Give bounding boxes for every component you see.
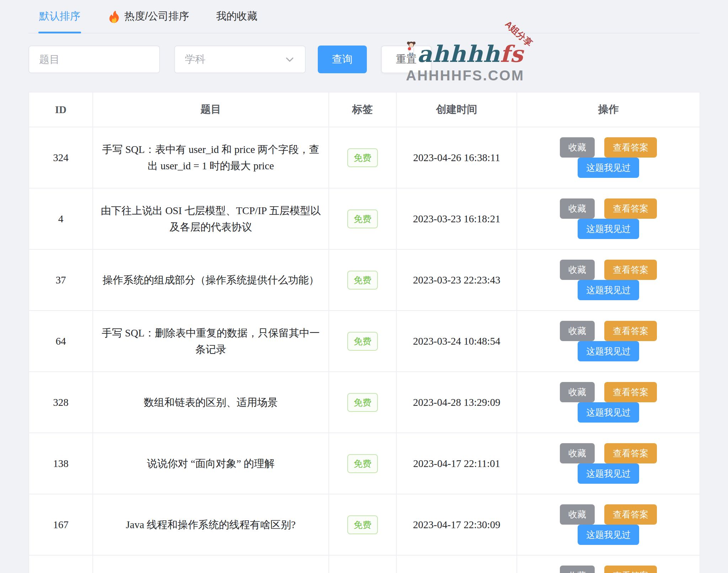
seen-this-button[interactable]: 这题我见过 — [578, 402, 639, 423]
reset-button[interactable]: 重置 — [381, 46, 432, 73]
subject-select-placeholder: 学科 — [185, 52, 205, 67]
collect-button[interactable]: 收藏 — [560, 504, 595, 525]
collect-button[interactable]: 收藏 — [560, 321, 595, 341]
subject-select[interactable]: 学科 — [174, 46, 306, 73]
view-answer-button[interactable]: 查看答案 — [604, 260, 657, 280]
view-answer-button[interactable]: 查看答案 — [604, 382, 657, 402]
fire-icon — [107, 9, 121, 23]
view-answer-button[interactable]: 查看答案 — [604, 443, 657, 463]
free-tag: 免费 — [347, 515, 378, 534]
header-title: 题目 — [93, 92, 329, 127]
chevron-down-icon — [284, 54, 295, 65]
cell-tag: 免费 — [329, 127, 396, 188]
table-row: 37 操作系统的组成部分（操作系统提供什么功能） 免费 2023-03-23 2… — [29, 249, 700, 311]
cell-tag: 免费 — [329, 311, 396, 372]
seen-this-button[interactable]: 这题我见过 — [578, 158, 639, 178]
free-tag: 免费 — [347, 148, 378, 167]
cell-actions: 收藏 查看答案 这题我见过 — [517, 311, 700, 372]
cell-title: 数组和链表的区别、适用场景 — [93, 372, 329, 433]
filter-bar: 学科 查询 重置 — [28, 46, 700, 73]
seen-this-button[interactable]: 这题我见过 — [578, 280, 639, 300]
cell-title: 手写 SQL：删除表中重复的数据，只保留其中一条记录 — [93, 311, 329, 372]
main-container: 默认排序 热度/公司排序 我的收藏 学科 查询 重置 — [0, 0, 728, 573]
cell-title: JVM 有什么作用 — [93, 555, 329, 573]
cell-created: 2023-03-23 22:23:43 — [396, 249, 517, 311]
cell-created: 2023-03-23 16:18:21 — [396, 188, 517, 249]
cell-id: 64 — [29, 311, 93, 372]
cell-title: 操作系统的组成部分（操作系统提供什么功能） — [93, 249, 329, 311]
table-row: 138 说说你对 “面向对象” 的理解 免费 2023-04-17 22:11:… — [29, 433, 700, 494]
free-tag: 免费 — [347, 454, 378, 473]
tab-hot-company-sort[interactable]: 热度/公司排序 — [107, 9, 190, 33]
cell-tag: 免费 — [329, 555, 396, 573]
collect-button[interactable]: 收藏 — [560, 566, 595, 573]
tab-my-favorites-label: 我的收藏 — [216, 9, 257, 23]
view-answer-button[interactable]: 查看答案 — [604, 198, 657, 219]
free-tag: 免费 — [347, 393, 378, 412]
cell-actions: 收藏 查看答案 这题我见过 — [517, 188, 700, 249]
header-tag: 标签 — [329, 92, 396, 127]
cell-id: 199 — [29, 555, 93, 573]
table-row: 64 手写 SQL：删除表中重复的数据，只保留其中一条记录 免费 2023-03… — [29, 311, 700, 372]
questions-table: ID 题目 标签 创建时间 操作 324 手写 SQL：表中有 user_id … — [28, 92, 700, 573]
cell-id: 328 — [29, 372, 93, 433]
cell-id: 4 — [29, 188, 93, 249]
cell-actions: 收藏 查看答案 这题我见过 — [517, 127, 700, 188]
tab-default-sort[interactable]: 默认排序 — [38, 9, 81, 33]
table-row: 4 由下往上说出 OSI 七层模型、TCP/IP 五层模型以及各层的代表协议 免… — [29, 188, 700, 249]
cell-id: 138 — [29, 433, 93, 494]
cell-id: 324 — [29, 127, 93, 188]
free-tag: 免费 — [347, 209, 378, 228]
cell-tag: 免费 — [329, 372, 396, 433]
tab-hot-company-sort-label: 热度/公司排序 — [124, 9, 189, 23]
cell-title: 手写 SQL：表中有 user_id 和 price 两个字段，查出 user_… — [93, 127, 329, 188]
table-header: ID 题目 标签 创建时间 操作 — [29, 92, 700, 127]
search-button[interactable]: 查询 — [318, 46, 367, 73]
cell-actions: 收藏 查看答案 这题我见过 — [517, 249, 700, 311]
cell-created: 2023-04-18 09:32:01 — [396, 555, 517, 573]
cell-created: 2023-04-17 22:11:01 — [396, 433, 517, 494]
cell-created: 2023-03-24 10:48:54 — [396, 311, 517, 372]
cell-actions: 收藏 查看答案 这题我见过 — [517, 494, 700, 555]
cell-tag: 免费 — [329, 433, 396, 494]
tab-default-sort-label: 默认排序 — [39, 9, 80, 23]
view-answer-button[interactable]: 查看答案 — [604, 566, 657, 573]
collect-button[interactable]: 收藏 — [560, 382, 595, 402]
table-row: 328 数组和链表的区别、适用场景 免费 2023-04-28 13:29:09… — [29, 372, 700, 433]
table-row: 167 Java 线程和操作系统的线程有啥区别? 免费 2023-04-17 2… — [29, 494, 700, 555]
view-answer-button[interactable]: 查看答案 — [604, 504, 657, 525]
header-id: ID — [29, 92, 93, 127]
free-tag: 免费 — [347, 332, 378, 351]
cell-tag: 免费 — [329, 494, 396, 555]
table-body: 324 手写 SQL：表中有 user_id 和 price 两个字段，查出 u… — [29, 127, 700, 573]
table-row: 199 JVM 有什么作用 免费 2023-04-18 09:32:01 收藏 … — [29, 555, 700, 573]
cell-created: 2023-04-26 16:38:11 — [396, 127, 517, 188]
title-search-input[interactable] — [28, 46, 160, 73]
tab-my-favorites[interactable]: 我的收藏 — [215, 9, 258, 33]
collect-button[interactable]: 收藏 — [560, 443, 595, 463]
cell-id: 167 — [29, 494, 93, 555]
view-answer-button[interactable]: 查看答案 — [604, 321, 657, 341]
cell-actions: 收藏 查看答案 这题我见过 — [517, 372, 700, 433]
cell-title: 由下往上说出 OSI 七层模型、TCP/IP 五层模型以及各层的代表协议 — [93, 188, 329, 249]
seen-this-button[interactable]: 这题我见过 — [578, 341, 639, 361]
cell-tag: 免费 — [329, 188, 396, 249]
header-created: 创建时间 — [396, 92, 517, 127]
cell-id: 37 — [29, 249, 93, 311]
collect-button[interactable]: 收藏 — [560, 260, 595, 280]
cell-title: Java 线程和操作系统的线程有啥区别? — [93, 494, 329, 555]
seen-this-button[interactable]: 这题我见过 — [578, 463, 639, 484]
view-answer-button[interactable]: 查看答案 — [604, 137, 657, 158]
seen-this-button[interactable]: 这题我见过 — [578, 525, 639, 545]
cell-title: 说说你对 “面向对象” 的理解 — [93, 433, 329, 494]
cell-actions: 收藏 查看答案 这题我见过 — [517, 555, 700, 573]
cell-created: 2023-04-28 13:29:09 — [396, 372, 517, 433]
tab-bar: 默认排序 热度/公司排序 我的收藏 — [28, 0, 700, 33]
cell-created: 2023-04-17 22:30:09 — [396, 494, 517, 555]
seen-this-button[interactable]: 这题我见过 — [578, 219, 639, 239]
collect-button[interactable]: 收藏 — [560, 198, 595, 219]
free-tag: 免费 — [347, 271, 378, 290]
cell-tag: 免费 — [329, 249, 396, 311]
collect-button[interactable]: 收藏 — [560, 137, 595, 158]
table-row: 324 手写 SQL：表中有 user_id 和 price 两个字段，查出 u… — [29, 127, 700, 188]
